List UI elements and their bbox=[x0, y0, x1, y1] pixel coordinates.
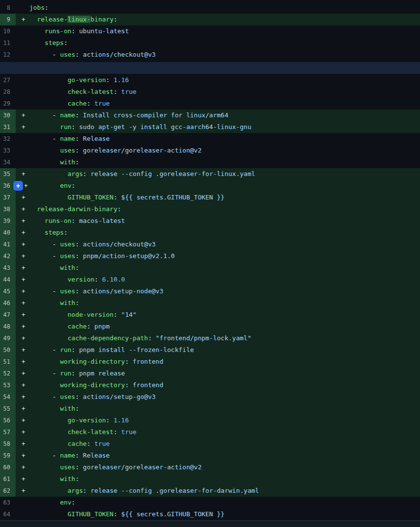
code-token: : bbox=[75, 299, 79, 307]
line-number[interactable]: 9 bbox=[0, 14, 16, 25]
line-number[interactable]: 56 bbox=[0, 415, 16, 426]
code-token: "14" bbox=[121, 311, 136, 318]
code-line: with: bbox=[29, 473, 420, 485]
diff-marker bbox=[16, 74, 29, 86]
line-number[interactable]: 61 bbox=[0, 473, 16, 485]
diff-marker: + bbox=[16, 239, 29, 250]
code-token: : bbox=[75, 287, 83, 295]
line-number[interactable]: 47 bbox=[0, 309, 16, 321]
code-token: actions/setup-node@v3 bbox=[83, 287, 163, 295]
code-token: with bbox=[60, 405, 75, 412]
diff-row: 9+ release-linux-binary: bbox=[0, 14, 420, 25]
line-number[interactable]: 31 bbox=[0, 121, 16, 133]
collapsed-hunk-bar[interactable] bbox=[0, 62, 420, 74]
line-number[interactable]: 63 bbox=[0, 497, 16, 508]
line-number[interactable]: 37 bbox=[0, 192, 16, 203]
diff-row: 29 cache: true bbox=[0, 98, 420, 110]
code-token: : bbox=[44, 4, 48, 11]
line-number[interactable]: 50 bbox=[0, 344, 16, 356]
line-number[interactable]: 28 bbox=[0, 86, 16, 98]
line-number[interactable]: 43 bbox=[0, 262, 16, 274]
line-number[interactable]: 44 bbox=[0, 274, 16, 285]
line-number[interactable]: 35 bbox=[0, 168, 16, 180]
diff-row: 32 - name: Release bbox=[0, 133, 420, 145]
line-number[interactable]: 39 bbox=[0, 215, 16, 227]
diff-row: 28 check-latest: true bbox=[0, 86, 420, 98]
diff-row: 55+ with: bbox=[0, 403, 420, 415]
line-number[interactable]: 29 bbox=[0, 98, 16, 110]
code-token: 6.10.0 bbox=[102, 276, 125, 283]
line-number[interactable]: 54 bbox=[0, 391, 16, 403]
code-token bbox=[29, 499, 60, 506]
code-line: working-directory: frontend bbox=[29, 356, 420, 368]
line-number[interactable]: 64 bbox=[0, 508, 16, 520]
line-number[interactable]: 45 bbox=[0, 285, 16, 297]
line-number[interactable]: 38 bbox=[0, 203, 16, 215]
line-number[interactable]: 40 bbox=[0, 227, 16, 239]
line-number[interactable]: 42 bbox=[0, 250, 16, 262]
code-line: GITHUB_TOKEN: ${{ secrets.GITHUB_TOKEN }… bbox=[29, 192, 420, 203]
code-token: run bbox=[60, 346, 71, 353]
line-number[interactable]: 41 bbox=[0, 239, 16, 250]
code-token: go-version bbox=[67, 417, 106, 424]
code-token: Release bbox=[83, 452, 110, 459]
code-token: release --config .goreleaser-for-linux.y… bbox=[90, 170, 255, 177]
line-number[interactable]: 52 bbox=[0, 368, 16, 379]
code-line: jobs: bbox=[29, 2, 420, 14]
line-number[interactable]: 48 bbox=[0, 321, 16, 332]
line-number[interactable]: 51 bbox=[0, 356, 16, 368]
line-number[interactable]: 49 bbox=[0, 332, 16, 344]
line-number[interactable]: 34 bbox=[0, 156, 16, 168]
diff-row: 56+ go-version: 1.16 bbox=[0, 415, 420, 426]
line-number[interactable]: 32 bbox=[0, 133, 16, 145]
code-line: with: bbox=[29, 297, 420, 309]
code-token: run bbox=[60, 123, 71, 131]
diff-row: 27 go-version: 1.16 bbox=[0, 74, 420, 86]
diff-marker: + bbox=[16, 274, 29, 285]
line-number[interactable]: 27 bbox=[0, 74, 16, 86]
line-number[interactable]: 10 bbox=[0, 25, 16, 37]
line-number[interactable]: 8 bbox=[0, 2, 16, 14]
diff-row: 44+ version: 6.10.0 bbox=[0, 274, 420, 285]
line-number[interactable]: 55 bbox=[0, 403, 16, 415]
diff-row: 52+ - run: pnpm release bbox=[0, 368, 420, 379]
add-comment-button[interactable]: + bbox=[13, 181, 23, 191]
code-token: : bbox=[75, 51, 83, 58]
line-number[interactable]: 58 bbox=[0, 438, 16, 450]
code-token bbox=[29, 229, 44, 236]
code-line: uses: goreleaser/goreleaser-action@v2 bbox=[29, 461, 420, 473]
code-line: check-latest: true bbox=[29, 426, 420, 438]
diff-marker: + bbox=[16, 250, 29, 262]
code-token: true bbox=[121, 88, 136, 95]
code-token: ubuntu-latest bbox=[79, 27, 129, 35]
diff-marker: + bbox=[16, 450, 29, 461]
diff-marker bbox=[16, 98, 29, 110]
diff-marker bbox=[16, 133, 29, 145]
code-token bbox=[29, 487, 67, 494]
code-line: check-latest: true bbox=[29, 86, 420, 98]
code-token bbox=[29, 158, 60, 166]
code-token bbox=[29, 264, 60, 271]
diff-row: 10 runs-on: ubuntu-latest bbox=[0, 25, 420, 37]
diff-row: 39+ runs-on: macos-latest bbox=[0, 215, 420, 227]
line-number[interactable]: 60 bbox=[0, 461, 16, 473]
line-number[interactable]: 46 bbox=[0, 297, 16, 309]
diff-row: 64 GITHUB_TOKEN: ${{ secrets.GITHUB_TOKE… bbox=[0, 508, 420, 520]
line-number[interactable]: 12 bbox=[0, 49, 16, 61]
line-number[interactable]: 57 bbox=[0, 426, 16, 438]
line-number[interactable]: 30 bbox=[0, 110, 16, 121]
code-token: check-latest bbox=[67, 428, 113, 436]
line-number[interactable]: 11 bbox=[0, 37, 16, 49]
line-number[interactable]: 59 bbox=[0, 450, 16, 461]
code-line: env: bbox=[29, 180, 420, 192]
code-token: with bbox=[60, 264, 75, 271]
diff-marker: + bbox=[16, 321, 29, 332]
line-number[interactable]: 33 bbox=[0, 145, 16, 156]
line-number[interactable]: 62 bbox=[0, 485, 16, 497]
expand-hidden-lines-row[interactable] bbox=[0, 61, 420, 74]
code-token: env bbox=[60, 499, 71, 506]
diff-row: 48+ cache: pnpm bbox=[0, 321, 420, 332]
code-token: actions/checkout@v3 bbox=[83, 241, 156, 248]
line-number[interactable]: 53 bbox=[0, 379, 16, 391]
code-token: : bbox=[71, 27, 79, 35]
